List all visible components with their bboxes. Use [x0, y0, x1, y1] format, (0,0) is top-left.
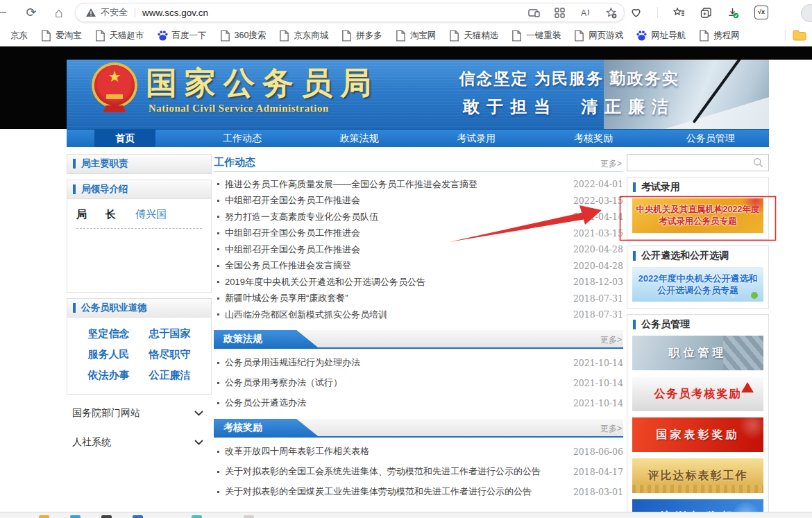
list-item[interactable]: 中组部召开全国公务员工作推进会2022-03-15 [214, 193, 623, 209]
collections-icon[interactable] [700, 7, 712, 19]
ethics-term: 忠于国家 [149, 323, 191, 344]
news-link[interactable]: 中组部召开全国公务员工作推进会 [225, 194, 573, 207]
list-item[interactable]: 2019年度中央机关公开遴选和公开选调公务员公告2018-12-03 [214, 274, 623, 291]
favorites-icon[interactable] [673, 7, 685, 19]
nav-item-exam-recruit[interactable]: 考试录用 [418, 130, 535, 147]
security-label[interactable]: 不安全 [101, 6, 128, 19]
news-link[interactable]: 2019年度中央机关公开遴选和公开选调公务员公告 [225, 276, 573, 288]
taskbar-icon[interactable] [192, 515, 202, 518]
news-link[interactable]: 全国公务员工作推进会发言摘登 [225, 259, 573, 272]
bookmark-item[interactable]: 天猫精选 [442, 27, 505, 44]
box-duties-title[interactable]: 局主要职责 [67, 155, 211, 173]
list-item[interactable]: 推进公务员工作高质量发展——全国公务员工作推进会发言摘登2022-04-01 [214, 176, 623, 193]
web-capture-icon[interactable] [528, 7, 540, 19]
news-link[interactable]: 关于对拟表彰的全国煤炭工业先进集体劳动模范和先进工作者进行公示的公告 [225, 485, 573, 498]
list-item[interactable]: 关于对拟表彰的全国工会系统先进集体、劳动模范和先进工作者进行公示的公告2018-… [214, 462, 623, 482]
bookmark-item[interactable]: 360搜索 [213, 27, 273, 44]
news-link[interactable]: 中组部召开全国公务员工作推进会 [225, 227, 573, 239]
banner-appraisal-awards[interactable]: 公务员考核奖励 [632, 377, 763, 411]
more-link[interactable]: 更多> [600, 158, 622, 170]
news-link[interactable]: 中组部召开全国公务员工作推进会 [225, 243, 573, 256]
taskbar-icon[interactable] [244, 515, 254, 518]
news-link[interactable]: 公务员录用考察办法（试行） [225, 377, 573, 389]
list-item[interactable]: 山西临汾尧都区创新模式抓实公务员培训2018-07-31 [214, 307, 623, 323]
banner-evaluation-commendation[interactable]: 评比达标表彰工作 [632, 458, 763, 493]
box-management-title[interactable]: 公务员管理 [627, 315, 768, 334]
more-link[interactable]: 更多> [600, 423, 622, 435]
list-item[interactable]: 改革开放四十周年表彰工作相关表格2018-06-06 [214, 442, 623, 462]
box-exam-title[interactable]: 考试录用 [627, 178, 768, 196]
address-bar[interactable]: 不安全 www.scs.gov.cn A [75, 3, 625, 22]
bookmark-item[interactable]: 百度一下 [151, 27, 213, 44]
refresh-icon[interactable]: ⟳ [24, 5, 39, 20]
bookmark-label: 淘宝网 [410, 30, 437, 42]
nav-item-work-news[interactable]: 工作动态 [184, 130, 301, 147]
list-item[interactable]: 公务员录用违规违纪行为处理办法2021-10-14 [214, 353, 623, 373]
more-link[interactable]: 更多> [600, 334, 622, 346]
bookmark-item[interactable]: 京东 [4, 27, 34, 44]
bookmark-item[interactable]: 拼多多 [335, 27, 389, 44]
bookmark-item[interactable]: 京东商城 [272, 27, 335, 44]
bookmark-item[interactable]: 携程网 [692, 27, 746, 44]
slogan-line-2: 敢于担当 清正廉洁 [452, 96, 686, 118]
selection-banner[interactable]: 2022年度中央机关公开遴选和公开选调公务员专题 [632, 267, 763, 302]
bookmark-item[interactable]: 一键重装 [505, 27, 567, 44]
list-item[interactable]: 中组部召开全国公务员工作推进会2020-04-28 [214, 241, 623, 258]
news-link[interactable]: 山西临汾尧都区创新模式抓实公务员培训 [225, 309, 573, 321]
leader-name-link[interactable]: 傅兴国 [135, 208, 167, 220]
profile-avatar[interactable] [801, 4, 812, 22]
math-solver-icon[interactable]: √x [754, 6, 768, 19]
apps-grid-icon[interactable] [554, 7, 566, 19]
list-item[interactable]: 公务员录用考察办法（试行）2021-10-14 [214, 373, 623, 393]
box-leaders-title[interactable]: 局领导介绍 [67, 180, 211, 199]
banner-position-management[interactable]: 职位管理 [632, 336, 763, 370]
site-search-box[interactable] [627, 154, 769, 171]
download-icon[interactable] [727, 7, 739, 19]
news-link[interactable]: 关于对拟表彰的全国工会系统先进集体、劳动模范和先进工作者进行公示的公告 [225, 465, 573, 478]
search-input[interactable] [627, 155, 753, 171]
list-item[interactable]: 公务员公开遴选办法2021-10-14 [214, 393, 623, 413]
nav-item-appraisal[interactable]: 考核奖励 [535, 130, 652, 147]
bookmark-item[interactable]: 爱淘宝 [34, 27, 88, 44]
list-item[interactable]: 关于对拟表彰的全国煤炭工业先进集体劳动模范和先进工作者进行公示的公告2018-0… [214, 482, 623, 502]
bookmark-item[interactable]: 淘宝网 [389, 27, 443, 44]
list-item[interactable]: 中组部召开全国公务员工作推进会2021-03-15 [214, 225, 623, 242]
news-link[interactable]: 新疆叶城公务员享用“廉政套餐” [225, 292, 573, 304]
bookmark-item[interactable]: 网页游戏 [567, 27, 629, 44]
banner-national-commendation[interactable]: 国家表彰奖励 [632, 417, 763, 452]
news-link[interactable]: 推进公务员工作高质量发展——全国公务员工作推进会发言摘登 [225, 178, 573, 191]
list-item[interactable]: 努力打造一支高素质专业化公务员队伍2021-04-14 [214, 209, 623, 225]
add-favorite-icon[interactable] [605, 7, 617, 19]
section-title[interactable]: 工作动态 [214, 156, 255, 168]
taskbar-edge[interactable] [0, 512, 812, 518]
search-icon[interactable] [753, 157, 763, 168]
read-aloud-icon[interactable]: A [580, 7, 591, 19]
news-link[interactable]: 改革开放四十周年表彰工作相关表格 [225, 445, 573, 458]
back-icon[interactable] [0, 12, 6, 13]
browser-essentials-icon[interactable] [630, 7, 642, 19]
taskbar-icon[interactable] [39, 515, 49, 518]
nav-item-home[interactable]: 首页 [67, 130, 184, 147]
url-text[interactable]: www.scs.gov.cn [142, 8, 208, 18]
taskbar-icon[interactable] [70, 515, 81, 518]
nav-item-management[interactable]: 公务员管理 [652, 130, 769, 147]
home-icon[interactable]: ⌂ [51, 5, 67, 20]
news-link[interactable]: 努力打造一支高素质专业化公务员队伍 [225, 211, 573, 223]
exam-banner[interactable]: 中央机关及其直属机构2022年度考试录用公务员专题 [632, 198, 763, 233]
section-tab[interactable]: 考核奖励 [214, 419, 319, 438]
other-favorites-folder-icon[interactable] [793, 30, 806, 41]
bookmark-item[interactable]: 网址导航 [629, 27, 692, 44]
section-tab[interactable]: 政策法规 [214, 330, 319, 349]
taskbar-icon[interactable] [133, 515, 143, 518]
list-item[interactable]: 新疆叶城公务员享用“廉政套餐”2018-07-31 [214, 291, 623, 307]
news-link[interactable]: 公务员公开遴选办法 [225, 397, 573, 409]
box-selection-title[interactable]: 公开遴选和公开选调 [627, 246, 768, 265]
bookmark-item[interactable]: 天猫超市 [88, 27, 151, 44]
dropdown-hr-system[interactable]: 人社系统 [69, 432, 209, 453]
nav-item-policies[interactable]: 政策法规 [301, 130, 418, 147]
dropdown-state-council-sites[interactable]: 国务院部门网站 [69, 403, 209, 424]
news-link[interactable]: 公务员录用违规违纪行为处理办法 [225, 356, 573, 369]
list-item[interactable]: 全国公务员工作推进会发言摘登2020-04-28 [214, 258, 623, 275]
taskbar-icon[interactable] [101, 515, 112, 518]
box-ethics-title[interactable]: 公务员职业道德 [67, 299, 211, 318]
